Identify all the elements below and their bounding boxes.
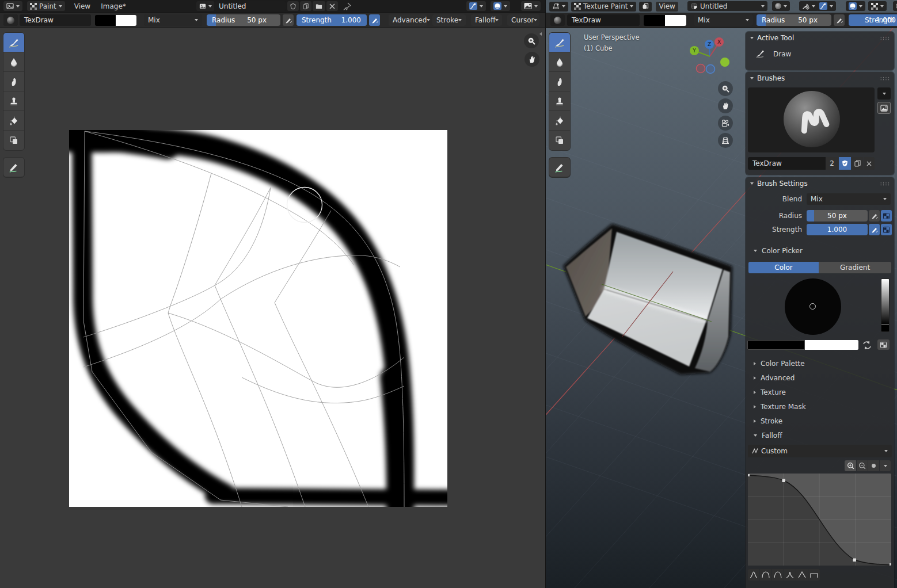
subpanel-advanced[interactable]: Advanced bbox=[754, 374, 795, 382]
fake-user-toggle[interactable] bbox=[839, 157, 851, 170]
value-slider[interactable] bbox=[881, 278, 890, 332]
subpanel-texture-mask[interactable]: Texture Mask bbox=[754, 403, 806, 411]
strength-slider[interactable]: Strength 1.000 bbox=[297, 14, 367, 26]
open-image-button[interactable] bbox=[313, 1, 325, 11]
vp-background-color-swatch[interactable] bbox=[665, 15, 686, 26]
sb-strength-pressure-button[interactable] bbox=[869, 224, 880, 235]
grip-icon[interactable] bbox=[880, 36, 890, 40]
falloff-preset-dropdown[interactable]: Custom bbox=[748, 445, 892, 457]
collapse-chevron-icon[interactable] bbox=[750, 37, 754, 39]
curve-endpoint[interactable] bbox=[748, 474, 750, 476]
preset-root-button[interactable] bbox=[772, 569, 784, 581]
fake-user-button[interactable] bbox=[287, 1, 299, 11]
vp-brush-name-field[interactable]: TexDraw bbox=[567, 14, 640, 26]
grip-icon[interactable] bbox=[880, 182, 890, 186]
viewport-zoom-button[interactable] bbox=[718, 81, 733, 96]
sb-blend-dropdown[interactable]: Mix bbox=[807, 193, 891, 205]
vp-view-menu[interactable]: View bbox=[656, 2, 678, 12]
advanced-popover[interactable]: Advanced bbox=[389, 14, 427, 26]
vp-brush-tip-popover[interactable] bbox=[846, 1, 865, 11]
vp-blend-dropdown[interactable]: Mix bbox=[694, 14, 753, 26]
vp-texture-slot-dropdown[interactable]: Untitled bbox=[687, 1, 767, 11]
sb-color-texture-button[interactable] bbox=[877, 339, 890, 350]
sb-strength-slider[interactable]: 1.000 bbox=[807, 224, 868, 235]
radius-slider[interactable]: Radius 50 px bbox=[207, 14, 280, 26]
vp-mode-dropdown[interactable]: Texture Paint bbox=[571, 2, 636, 12]
paint-mode-dropdown[interactable]: Paint bbox=[27, 1, 65, 11]
vp-overlays-popover-clipped[interactable] bbox=[893, 1, 897, 11]
tool-smear[interactable] bbox=[3, 72, 24, 91]
tool-clone[interactable] bbox=[3, 91, 24, 111]
vp-strength-slider[interactable]: Strength 1.000 bbox=[849, 14, 897, 26]
sb-foreground-swatch[interactable] bbox=[747, 340, 805, 350]
falloff-popover[interactable]: Falloff bbox=[471, 14, 502, 26]
curve-control-point-1[interactable] bbox=[782, 479, 786, 483]
vp-copy-icon-button[interactable] bbox=[639, 2, 652, 12]
brush-duplicate-button[interactable] bbox=[852, 157, 863, 170]
preset-linear-button[interactable] bbox=[796, 569, 808, 581]
brush-name-field[interactable]: TexDraw bbox=[20, 14, 91, 26]
vp-tool-smear[interactable] bbox=[549, 72, 570, 91]
preset-constant-button[interactable] bbox=[808, 569, 820, 581]
cursor-popover[interactable]: Cursor bbox=[507, 14, 539, 26]
sb-radius-slider[interactable]: 50 px bbox=[807, 210, 868, 222]
viewport-camera-button[interactable] bbox=[718, 116, 733, 131]
pan-hand-button[interactable] bbox=[524, 52, 539, 67]
brush-preview-box[interactable] bbox=[748, 87, 875, 152]
strength-pressure-button[interactable] bbox=[369, 14, 380, 26]
gizmo-neg-y-ball[interactable] bbox=[720, 58, 729, 67]
vp-radius-slider[interactable]: Radius 50 px bbox=[757, 14, 831, 26]
vp-foreground-color-swatch[interactable] bbox=[644, 15, 665, 26]
vp-tool-mask[interactable] bbox=[549, 131, 570, 150]
vp-sample-dropdown[interactable] bbox=[799, 1, 818, 11]
brush-datablock-name[interactable]: TexDraw bbox=[748, 157, 826, 170]
stroke-falloff-popover[interactable] bbox=[466, 1, 486, 11]
tab-color[interactable]: Color bbox=[748, 262, 819, 273]
vp-tool-fill[interactable] bbox=[549, 111, 570, 131]
radius-pressure-button[interactable] bbox=[283, 14, 294, 26]
tool-soften[interactable] bbox=[3, 52, 24, 72]
blend-mode-dropdown[interactable]: Mix bbox=[144, 14, 202, 26]
brush-preview-expand-button[interactable] bbox=[877, 87, 891, 100]
sidebar-collapse-arrow[interactable] bbox=[539, 32, 544, 39]
gizmo-neg-x-ball[interactable] bbox=[697, 64, 705, 73]
viewport-perspective-button[interactable] bbox=[718, 133, 733, 148]
navigation-gizmo[interactable]: Y Z X bbox=[687, 33, 733, 79]
sb-radius-texture-button[interactable] bbox=[881, 210, 892, 222]
new-image-button[interactable] bbox=[300, 1, 311, 11]
subpanel-stroke[interactable]: Stroke bbox=[754, 417, 782, 425]
subpanel-texture[interactable]: Texture bbox=[754, 388, 786, 396]
stroke-popover[interactable]: Stroke bbox=[432, 14, 466, 26]
background-color-swatch[interactable] bbox=[116, 15, 136, 26]
unlink-image-button[interactable] bbox=[326, 1, 338, 11]
brush-unlink-button[interactable] bbox=[864, 157, 875, 170]
curve-control-point-2[interactable] bbox=[853, 559, 857, 562]
tool-annotate[interactable] bbox=[3, 158, 24, 177]
subpanel-falloff[interactable]: Falloff bbox=[754, 432, 782, 440]
menu-image[interactable]: Image* bbox=[97, 2, 130, 10]
vp-symmetry-popover[interactable] bbox=[868, 1, 887, 11]
vp-tool-soften[interactable] bbox=[549, 52, 570, 72]
falloff-curve-widget[interactable] bbox=[748, 474, 891, 566]
color-wheel[interactable] bbox=[785, 278, 841, 335]
foreground-color-swatch[interactable] bbox=[95, 15, 116, 26]
curve-zoom-out-button[interactable] bbox=[857, 460, 868, 471]
pin-icon[interactable] bbox=[343, 2, 351, 11]
tool-draw[interactable] bbox=[3, 33, 24, 52]
brush-tip-popover[interactable] bbox=[491, 1, 510, 11]
subpanel-color-palette[interactable]: Color Palette bbox=[754, 360, 805, 368]
image-browse-button[interactable] bbox=[196, 1, 215, 11]
curve-zoom-in-button[interactable] bbox=[845, 460, 856, 471]
zoom-in-button[interactable] bbox=[524, 33, 539, 48]
gizmo-neg-z-ball[interactable] bbox=[706, 65, 715, 74]
tool-mask[interactable] bbox=[3, 131, 24, 150]
brush-custom-icon-button[interactable] bbox=[877, 102, 891, 114]
preset-sharp-button[interactable] bbox=[784, 569, 796, 581]
brush-user-count[interactable]: 2 bbox=[826, 157, 838, 170]
viewport-pan-button[interactable] bbox=[718, 98, 733, 113]
menu-view[interactable]: View bbox=[71, 2, 94, 10]
collapse-chevron-icon[interactable] bbox=[750, 77, 754, 79]
image-editor-canvas[interactable] bbox=[0, 29, 545, 588]
tab-gradient[interactable]: Gradient bbox=[819, 262, 891, 273]
sb-radius-pressure-button[interactable] bbox=[869, 210, 880, 222]
